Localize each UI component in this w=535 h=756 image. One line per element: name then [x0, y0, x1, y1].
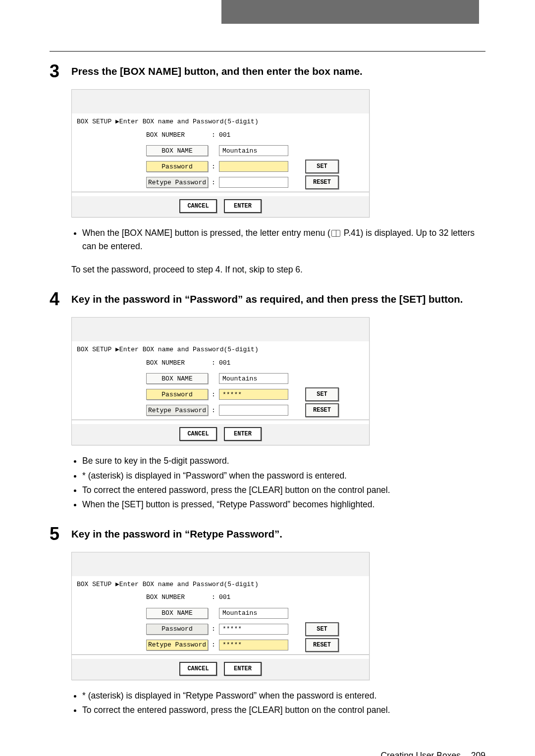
step-title: Key in the password in “Password” as req…	[71, 290, 463, 307]
page-footer: Creating User Boxes 209	[0, 751, 485, 756]
step-title: Key in the password in “Retype Password”…	[71, 525, 282, 541]
password-button[interactable]: Password	[146, 624, 208, 635]
footer-page-number: 209	[471, 751, 485, 756]
password-field[interactable]	[219, 161, 288, 172]
screen-hint: BOX SETUP ▶Enter BOX name and Password(5…	[77, 117, 364, 125]
screen-titlebar	[72, 552, 369, 576]
box-name-button[interactable]: BOX NAME	[146, 373, 208, 384]
box-number-value: 001	[219, 359, 288, 367]
box-name-button[interactable]: BOX NAME	[146, 608, 208, 619]
box-number-value: 001	[219, 594, 288, 601]
retype-password-field[interactable]	[219, 405, 288, 416]
step-number: 4	[50, 290, 71, 308]
header-shade	[221, 0, 479, 24]
cancel-button[interactable]: CANCEL	[179, 662, 217, 676]
box-number-label: BOX NUMBER	[146, 594, 208, 601]
set-button[interactable]: SET	[305, 622, 339, 636]
box-number-label: BOX NUMBER	[146, 359, 208, 367]
step-3: 3 Press the [BOX NAME] button, and then …	[50, 62, 485, 276]
step-5: 5 Key in the password in “Retype Passwor…	[50, 525, 485, 717]
retype-password-field[interactable]	[219, 177, 288, 188]
note-item: When the [SET] button is pressed, “Retyp…	[82, 498, 485, 511]
screen-hint: BOX SETUP ▶Enter BOX name and Password(5…	[77, 580, 364, 588]
enter-button[interactable]: ENTER	[224, 662, 262, 676]
cancel-button[interactable]: CANCEL	[179, 427, 217, 441]
screenshot-box-setup: BOX SETUP ▶Enter BOX name and Password(5…	[71, 317, 370, 445]
box-name-field[interactable]: Mountains	[219, 608, 288, 619]
screen-hint: BOX SETUP ▶Enter BOX name and Password(5…	[77, 345, 364, 353]
set-button[interactable]: SET	[305, 160, 339, 173]
reset-button[interactable]: RESET	[305, 403, 339, 417]
password-button[interactable]: Password	[146, 389, 208, 400]
box-name-field[interactable]: Mountains	[219, 373, 288, 384]
note-item: To correct the entered password, press t…	[82, 484, 485, 497]
enter-button[interactable]: ENTER	[224, 427, 262, 441]
step-number: 5	[50, 525, 71, 543]
note-item: * (asterisk) is displayed in “Password” …	[82, 469, 485, 483]
footer-section: Creating User Boxes	[380, 751, 460, 756]
page-content: 3 Press the [BOX NAME] button, and then …	[50, 51, 485, 717]
box-number-value: 001	[219, 131, 288, 139]
book-icon	[331, 230, 340, 237]
retype-password-button[interactable]: Retype Password	[146, 405, 208, 416]
password-button[interactable]: Password	[146, 161, 208, 172]
note-item: To correct the entered password, press t…	[82, 703, 485, 717]
screen-titlebar	[72, 318, 369, 341]
reset-button[interactable]: RESET	[305, 175, 339, 189]
retype-password-field[interactable]: *****	[219, 640, 288, 650]
note-item: Be sure to key in the 5-digit password.	[82, 454, 485, 468]
note-item: * (asterisk) is displayed in “Retype Pas…	[82, 689, 485, 702]
box-name-button[interactable]: BOX NAME	[146, 145, 208, 156]
step-4: 4 Key in the password in “Password” as r…	[50, 290, 485, 511]
screenshot-box-setup: BOX SETUP ▶Enter BOX name and Password(5…	[71, 89, 370, 217]
retype-password-button[interactable]: Retype Password	[146, 177, 208, 188]
box-name-field[interactable]: Mountains	[219, 145, 288, 156]
screen-titlebar	[72, 90, 369, 113]
step-title: Press the [BOX NAME] button, and then en…	[71, 62, 363, 79]
step-number: 3	[50, 62, 71, 80]
note-paragraph: To set the password, proceed to step 4. …	[71, 263, 485, 276]
set-button[interactable]: SET	[305, 387, 339, 401]
enter-button[interactable]: ENTER	[224, 199, 262, 213]
reset-button[interactable]: RESET	[305, 638, 339, 652]
password-field[interactable]: *****	[219, 389, 288, 400]
cancel-button[interactable]: CANCEL	[179, 199, 217, 213]
retype-password-button[interactable]: Retype Password	[146, 640, 208, 650]
box-number-label: BOX NUMBER	[146, 131, 208, 139]
screenshot-box-setup: BOX SETUP ▶Enter BOX name and Password(5…	[71, 552, 370, 680]
password-field[interactable]: *****	[219, 624, 288, 635]
note-item: When the [BOX NAME] button is pressed, t…	[82, 226, 485, 253]
